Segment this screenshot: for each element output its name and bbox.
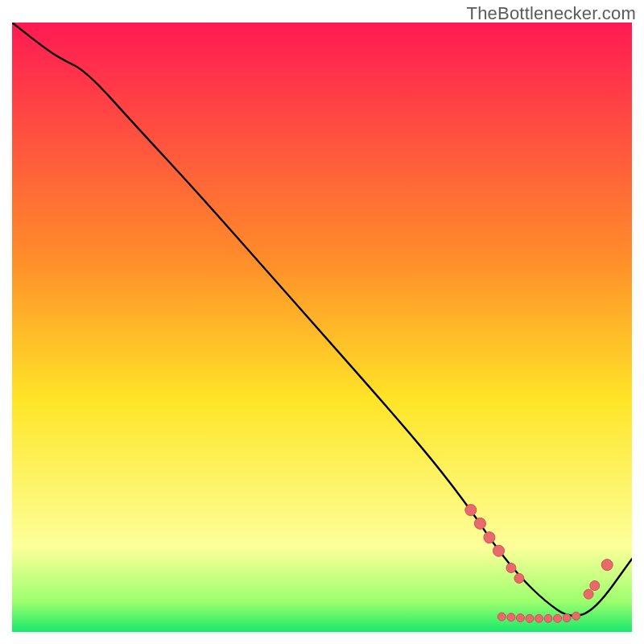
data-marker <box>497 613 506 621</box>
data-marker <box>514 573 524 583</box>
data-marker <box>601 559 613 571</box>
data-marker <box>563 614 571 622</box>
data-marker <box>474 518 485 529</box>
data-marker <box>493 545 505 556</box>
data-marker <box>507 613 515 621</box>
data-marker <box>544 614 552 622</box>
data-marker <box>584 589 593 599</box>
data-marker <box>516 614 524 622</box>
data-marker <box>535 614 543 622</box>
data-marker <box>590 581 600 591</box>
watermark-text: TheBottlenecker.com <box>467 3 636 24</box>
data-marker <box>506 564 516 573</box>
gradient-background <box>12 23 632 632</box>
data-marker <box>465 505 477 516</box>
data-marker <box>526 614 534 622</box>
data-marker <box>572 612 580 620</box>
chart-container: TheBottlenecker.com <box>0 0 644 644</box>
data-marker <box>484 532 495 543</box>
chart-svg <box>12 23 632 632</box>
plot-area <box>12 23 632 632</box>
data-marker <box>554 614 562 622</box>
